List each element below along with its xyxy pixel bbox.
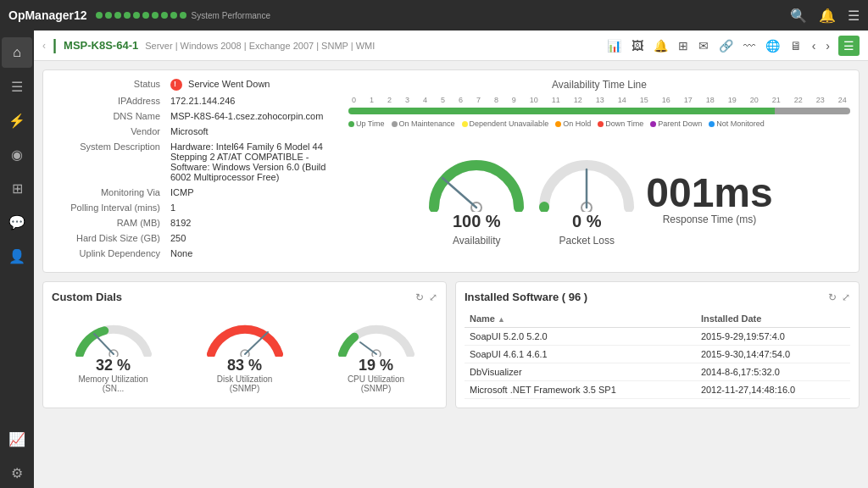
ip-value: 172.21.144.246 [170, 96, 340, 106]
packet-loss-gauge-value: 0 % [572, 212, 601, 231]
sidebar-item-map[interactable]: ◉ [2, 139, 32, 169]
sw-refresh-icon[interactable]: ↻ [828, 291, 837, 303]
link-icon[interactable]: 🔗 [717, 37, 735, 54]
memory-dial-value: 32 % [96, 357, 131, 374]
legend-dependent-unavail: Dependent Unavailable [462, 119, 549, 128]
custom-dials-header: Custom Dials ↻ ⤢ [52, 291, 437, 303]
gauges-row: 100 % Availability 0 % [348, 135, 850, 263]
sidebar-item-devices[interactable]: ⊞ [2, 173, 32, 203]
monitoring-label: Monitoring Via [52, 187, 170, 197]
info-row-ip: IPAddress 172.21.144.246 [52, 96, 340, 106]
sidebar: ⌂ ☰ ⚡ ◉ ⊞ 💬 👤 📈 ⚙ [0, 30, 34, 488]
prev-icon[interactable]: ‹ [810, 37, 818, 54]
legend-dot-down [598, 121, 604, 127]
sidebar-item-alerts[interactable]: ⚡ [2, 105, 32, 136]
installed-software-header: Installed Software ( 96 ) ↻ ⤢ [465, 291, 850, 303]
sw-col-date: Installed Date [696, 310, 850, 328]
wave-icon[interactable]: 〰 [742, 37, 757, 54]
expand-icon[interactable]: ⤢ [429, 291, 437, 303]
custom-dials-icons: ↻ ⤢ [415, 291, 437, 303]
sidebar-item-chart[interactable]: 📈 [2, 424, 32, 454]
bell-icon[interactable]: 🔔 [819, 8, 836, 24]
sidebar-item-home[interactable]: ⌂ [2, 37, 32, 68]
sidebar-item-chat[interactable]: 💬 [2, 207, 32, 237]
custom-dials-title: Custom Dials [52, 291, 415, 303]
breadcrumb-bar: ‹ | MSP-K8S-64-1 Server | Windows 2008 |… [34, 30, 868, 61]
sw-col-name: Name ▲ [465, 310, 696, 328]
disk-dial-label: Disk Utilization (SNMP) [207, 374, 283, 393]
sidebar-item-settings[interactable]: ⚙ [2, 458, 32, 488]
hamburger-menu-icon[interactable]: ☰ [838, 36, 860, 56]
settings-icon: ⚙ [11, 465, 23, 481]
search-icon[interactable]: 🔍 [790, 8, 807, 24]
installed-software-title: Installed Software ( 96 ) [465, 291, 828, 303]
device-hostname: MSP-K8S-64-1 [64, 39, 138, 52]
status-label: Status [52, 79, 170, 89]
installed-software-icons: ↻ ⤢ [828, 291, 850, 303]
menu-icon[interactable]: ☰ [848, 8, 860, 24]
breadcrumb-divider: | [53, 36, 57, 54]
svg-line-1 [442, 178, 476, 208]
topbar-actions: 🔍 🔔 ☰ [790, 8, 860, 24]
bottom-section: Custom Dials ↻ ⤢ [42, 281, 860, 408]
back-button[interactable]: ‹ [42, 40, 46, 52]
mail-icon[interactable]: ✉ [697, 37, 710, 54]
sidebar-item-list[interactable]: ☰ [2, 71, 32, 102]
custom-dials-panel: Custom Dials ↻ ⤢ [42, 281, 447, 408]
sw-expand-icon[interactable]: ⤢ [842, 291, 850, 303]
sysdesc-label: System Description [52, 141, 170, 152]
cpu-dial: 19 % CPU Utilization (SNMP) [338, 310, 415, 393]
sw-date: 2015-9-29,19:57:4.0 [696, 328, 850, 346]
cpu-dial-svg [338, 310, 415, 357]
status-dot [170, 12, 177, 19]
svg-line-9 [360, 342, 376, 354]
dials-row: 32 % Memory Utilization (SN... 83 % [52, 310, 437, 393]
sw-row[interactable]: SoapUI 4.6.1 4.6.1 2015-9-30,14:47:54.0 [465, 346, 850, 363]
info-row-hdd: Hard Disk Size (GB) 250 [52, 233, 340, 243]
response-time-display: 001ms Response Time (ms) [646, 173, 772, 225]
alerts-icon: ⚡ [8, 113, 25, 129]
next-icon[interactable]: › [824, 37, 832, 54]
screen-icon[interactable]: 🖥 [788, 37, 804, 54]
legend-dot-notmon [709, 121, 715, 127]
status-dot [96, 12, 103, 19]
grid-icon[interactable]: ⊞ [676, 37, 690, 54]
packet-loss-gauge-label: Packet Loss [559, 235, 615, 247]
legend-dot-uptime [348, 121, 354, 127]
globe-icon[interactable]: 🌐 [764, 37, 782, 54]
chart-bar-icon[interactable]: 📊 [605, 37, 623, 54]
alert-config-icon[interactable]: 🔔 [652, 37, 670, 54]
map-icon: ◉ [11, 147, 23, 163]
info-row-status: Status Service Went Down [52, 79, 340, 91]
topbar: OpManager12 System Performance 🔍 🔔 ☰ [0, 0, 868, 30]
layout: ⌂ ☰ ⚡ ◉ ⊞ 💬 👤 📈 ⚙ ‹ | [0, 30, 868, 488]
sw-date: 2015-9-30,14:47:54.0 [696, 346, 850, 363]
status-dot [124, 12, 131, 19]
sw-date: 2014-8-6,17:5:32.0 [696, 363, 850, 381]
timeline-legend: Up Time On Maintenance Dependent Unavail… [348, 119, 850, 128]
refresh-icon[interactable]: ↻ [415, 291, 424, 303]
status-dot [152, 12, 159, 19]
sw-row[interactable]: DbVisualizer 2014-8-6,17:5:32.0 [465, 363, 850, 381]
sw-row[interactable]: Microsoft .NET Framework 3.5 SP1 2012-11… [465, 381, 850, 399]
sidebar-item-user[interactable]: 👤 [2, 241, 32, 271]
image-icon[interactable]: 🖼 [630, 37, 645, 54]
sw-date: 2012-11-27,14:48:16.0 [696, 381, 850, 399]
sw-name: Microsoft .NET Framework 3.5 SP1 [465, 381, 696, 399]
vendor-label: Vendor [52, 126, 170, 136]
sw-name: DbVisualizer [465, 363, 696, 381]
sort-icon[interactable]: ▲ [498, 315, 505, 324]
disk-dial-value: 83 % [227, 357, 262, 374]
status-dot [180, 12, 186, 19]
sw-name: SoapUI 5.2.0 5.2.0 [465, 328, 696, 346]
legend-not-monitored: Not Monitored [709, 119, 765, 128]
device-meta: Server | Windows 2008 | Exchange 2007 | … [145, 41, 375, 51]
response-time-label: Response Time (ms) [663, 214, 757, 225]
legend-dot-dependent [462, 121, 468, 127]
disk-dial: 83 % Disk Utilization (SNMP) [207, 310, 283, 393]
cpu-dial-label: CPU Utilization (SNMP) [338, 374, 415, 393]
dns-label: DNS Name [52, 111, 170, 121]
sw-row[interactable]: SoapUI 5.2.0 5.2.0 2015-9-29,19:57:4.0 [465, 328, 850, 346]
ip-label: IPAddress [52, 96, 170, 106]
home-icon: ⌂ [13, 45, 21, 60]
